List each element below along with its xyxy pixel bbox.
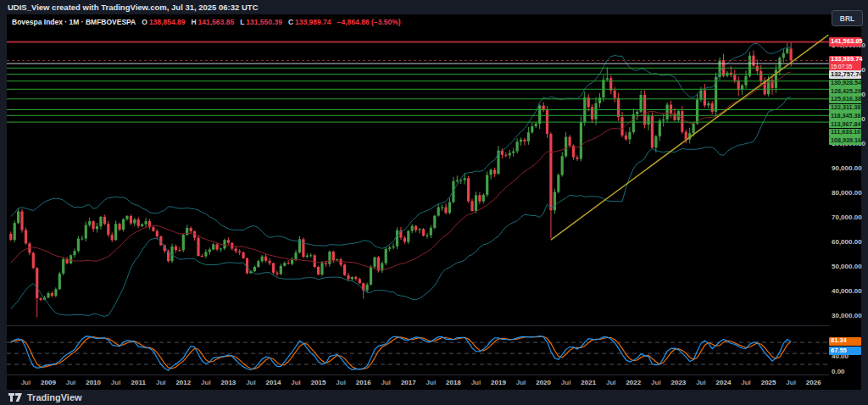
time-tick-label: 2020 (536, 379, 551, 386)
time-tick-label: Jul (156, 379, 166, 386)
time-tick-label: 2012 (175, 379, 191, 386)
time-tick-label: 2009 (41, 379, 56, 386)
price-label-chip: 113,967.84 (829, 120, 861, 128)
tradingview-brand-link[interactable]: TradingView (27, 392, 82, 402)
time-tick-label: Jul (606, 379, 616, 386)
price-tick-label: 80,000.00 (832, 189, 865, 197)
time-tick-label: Jul (336, 379, 346, 386)
bollinger-bands[interactable] (11, 43, 791, 316)
time-tick-label: Jul (21, 379, 31, 386)
price-label-chip: 132,757.74 (829, 70, 861, 79)
time-tick-label: Jul (561, 379, 571, 386)
price-label-chip: 118,345.38 (829, 112, 861, 119)
time-tick-label: 2025 (761, 379, 776, 386)
price-label-chip: 122,311.38 (829, 104, 861, 112)
time-tick-label: Jul (66, 379, 76, 386)
oscillator-label-chip: 67.55 (829, 347, 861, 355)
time-tick-label: 2021 (581, 379, 596, 386)
time-tick-label: 2022 (626, 379, 641, 386)
time-tick-label: 2011 (131, 379, 146, 386)
time-tick-label: Jul (201, 379, 211, 386)
time-tick-label: 2015 (311, 379, 326, 386)
price-tick-label: 70,000.00 (832, 214, 865, 221)
time-tick-label: 2024 (716, 379, 732, 386)
price-tick-label: 50,000.00 (832, 263, 865, 270)
time-tick-label: 2017 (401, 379, 416, 386)
price-label-chip: 141,563.85 (829, 37, 861, 47)
watermark-text: UDIS_View created with TradingView.com, … (8, 3, 259, 12)
time-tick-label: Jul (516, 379, 526, 386)
pane-separator[interactable] (7, 325, 861, 326)
price-label-chip: 108,939.16 (829, 136, 861, 144)
price-label-chip: 130,928.54 (829, 80, 861, 87)
stochastic-pane[interactable] (7, 336, 829, 371)
time-tick-label: Jul (696, 379, 706, 386)
time-tick-label: Jul (426, 379, 437, 386)
price-label-chip: 128,425.29 (829, 87, 861, 95)
price-label-chip: 125,616.38 (829, 96, 861, 103)
currency-button[interactable]: BRL (832, 10, 863, 26)
price-label-chip: 111,633.10 (829, 129, 861, 136)
time-tick-label: Jul (291, 379, 301, 386)
horizontal-lines[interactable] (7, 42, 829, 123)
price-label-chip: 133,989.7415:07:35 (829, 56, 861, 70)
time-tick-label: 2014 (266, 379, 281, 386)
time-tick-label: Jul (651, 379, 661, 386)
time-tick-label: 2026 (806, 379, 821, 386)
trend-line[interactable] (551, 35, 829, 240)
time-tick-label: Jul (111, 379, 121, 386)
time-tick-label: Jul (741, 379, 751, 386)
chart-page: UDIS_View created with TradingView.com, … (0, 0, 868, 405)
main-pane[interactable] (7, 35, 829, 317)
oscillator-label-chip: 81.34 (829, 337, 861, 346)
time-tick-label: 2010 (86, 379, 101, 386)
price-tick-label: 90,000.00 (832, 164, 865, 172)
time-tick-label: Jul (471, 379, 481, 386)
footer: TradingView (0, 390, 868, 405)
time-tick-label: 2018 (446, 379, 461, 386)
candlestick-series[interactable] (9, 42, 793, 318)
time-tick-label: 2023 (670, 379, 686, 386)
time-tick-label: Jul (381, 379, 391, 386)
tradingview-logo-icon (8, 391, 23, 403)
time-tick-label: 2013 (220, 379, 236, 386)
chart-canvas[interactable] (7, 14, 829, 374)
time-axis-separator (7, 374, 861, 375)
price-tick-label: 40,000.00 (832, 287, 865, 295)
time-tick-label: 2019 (491, 379, 506, 386)
price-tick-label: 60,000.00 (832, 238, 865, 246)
time-tick-label: 2016 (356, 379, 371, 386)
time-tick-label: Jul (786, 379, 796, 386)
oscillator-tick-label: 0.00 (832, 368, 862, 375)
price-tick-label: 30,000.00 (832, 312, 865, 319)
time-tick-label: Jul (246, 379, 256, 386)
